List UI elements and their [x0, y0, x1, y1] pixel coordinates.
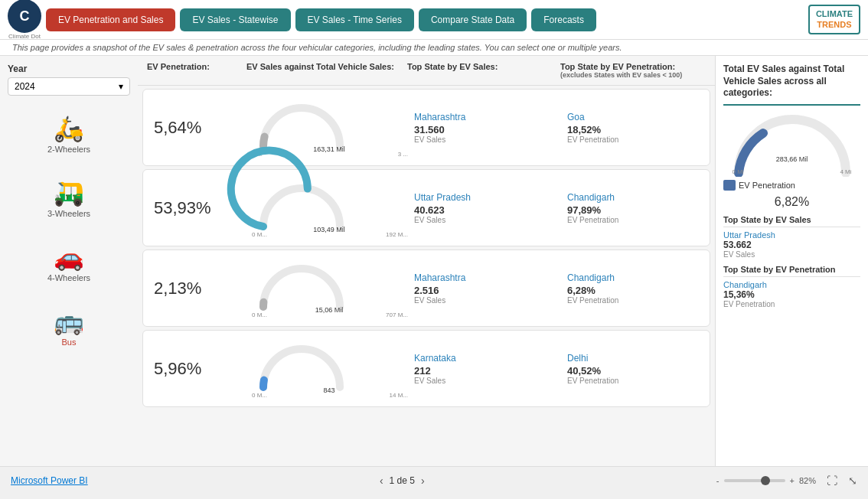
top-sales-state[interactable]: Maharashtra — [414, 272, 558, 283]
logo-sub: Climate Dot — [8, 33, 41, 40]
gauge-right: 3 ... — [398, 151, 408, 158]
top-nav: C Climate Dot EV Penetration and Sales E… — [0, 0, 868, 40]
top-pct-number: 6,28% — [567, 285, 711, 296]
top-sales-state[interactable]: Karnataka — [414, 353, 558, 364]
vehicle-label: 4-Wheelers — [47, 273, 90, 282]
left-panel: Year 2024 ▾ 🛵2-Wheelers🛺3-Wheelers🚗4-Whe… — [0, 56, 138, 466]
table-row: 5,64% 0 ... 163,31 Mil 3 ... Maharashtra… — [142, 89, 710, 166]
main-content: Year 2024 ▾ 🛵2-Wheelers🛺3-Wheelers🚗4-Whe… — [0, 56, 868, 466]
powerbi-link[interactable]: Microsoft Power BI — [11, 475, 88, 486]
climate-logo: CLIMATE TRENDS — [808, 5, 860, 34]
col-headers: EV Penetration: EV Sales against Total V… — [138, 56, 715, 86]
tab-compare-state[interactable]: Compare State Data — [419, 8, 527, 31]
right-pct-sub: EV Penetration — [723, 300, 860, 308]
subtitle-text: This page provides a snapshot of the EV … — [12, 43, 622, 52]
vehicle-icon: 🚌 — [54, 307, 84, 336]
trends-text: TRENDS — [816, 20, 853, 30]
pct-cell: 5,96% — [149, 359, 249, 379]
fullscreen-button[interactable]: ⛶ — [827, 475, 837, 487]
top-pct-state[interactable]: Chandigarh — [567, 192, 711, 203]
top-pct-number: 97,89% — [567, 204, 711, 216]
top-pct-state[interactable]: Chandigarh — [567, 272, 711, 283]
right-sales-title: Top State by EV Sales — [723, 215, 860, 227]
prev-page-button[interactable]: ‹ — [380, 475, 383, 487]
top-pct-sub: EV Penetration — [567, 377, 711, 385]
right-sales-number: 53.662 — [723, 240, 860, 250]
gauge-right: 192 M... — [386, 231, 408, 238]
gauge-cell: 0 M... 103,49 Mil 192 M... — [249, 176, 410, 240]
top-pct-cell: Goa 18,52% EV Penetration — [563, 109, 715, 147]
data-area: EV Penetration: EV Sales against Total V… — [138, 56, 715, 466]
year-select[interactable]: 2024 ▾ — [8, 77, 130, 96]
right-ev-pct-value: 6,82% — [723, 195, 860, 209]
gauge-center: 103,49 Mil — [313, 226, 345, 233]
col-header-3: Top State by EV Sales: — [404, 60, 557, 80]
tab-ev-penetration[interactable]: EV Penetration and Sales — [46, 8, 175, 31]
subtitle-bar: This page provides a snapshot of the EV … — [0, 40, 868, 56]
gauge-left: 0 M... — [252, 392, 267, 399]
top-sales-sub: EV Sales — [414, 377, 558, 385]
gauge-left: 0 M... — [252, 231, 267, 238]
pct-cell: 5,64% — [149, 118, 249, 138]
right-panel: Total EV Sales against Total Vehicle Sal… — [715, 56, 868, 466]
top-pct-cell: Chandigarh 97,89% EV Penetration — [563, 189, 715, 227]
top-pct-number: 18,52% — [567, 124, 711, 135]
tab-ev-sales-statewise[interactable]: EV Sales - Statewise — [180, 8, 290, 31]
gauge-cell: 0 M... 15,06 Mil 707 M... — [249, 256, 410, 320]
zoom-minus-button[interactable]: - — [716, 476, 720, 485]
zoom-slider[interactable] — [724, 479, 785, 482]
top-sales-cell: Maharashtra 2.516 EV Sales — [410, 269, 563, 308]
right-pct-number: 15,36% — [723, 289, 860, 300]
vehicle-icons: 🛵2-Wheelers🛺3-Wheelers🚗4-Wheelers🚌Bus — [8, 103, 130, 357]
gauge-right: 707 M... — [386, 311, 408, 318]
right-ev-pct-row: EV Penetration — [723, 180, 860, 191]
right-sales-state: Uttar Pradesh — [723, 230, 860, 240]
bottom-bar: Microsoft Power BI ‹ 1 de 5 › - + 82% ⛶ … — [0, 466, 868, 494]
right-gauge-svg — [731, 112, 853, 177]
right-gauge-left: 0 Mi — [733, 168, 744, 175]
top-pct-sub: EV Penetration — [567, 296, 711, 305]
top-pct-state[interactable]: Delhi — [567, 353, 711, 364]
vehicle-label: Bus — [62, 338, 77, 347]
next-page-button[interactable]: › — [421, 475, 425, 487]
vehicle-icon: 🛵 — [54, 114, 84, 143]
top-sales-number: 2.516 — [414, 285, 558, 296]
top-sales-number: 40.623 — [414, 204, 558, 216]
top-sales-state[interactable]: Maharashtra — [414, 112, 558, 122]
expand-icon[interactable]: ⤡ — [848, 475, 857, 487]
gauge-center: 843 — [323, 386, 334, 394]
page-text: 1 de 5 — [390, 475, 415, 486]
top-sales-state[interactable]: Uttar Pradesh — [414, 192, 558, 203]
logo-circle: C — [8, 0, 41, 33]
top-pct-number: 40,52% — [567, 365, 711, 377]
vehicle-label: 3-Wheelers — [47, 209, 90, 218]
logo-wrap: C Climate Dot — [8, 0, 41, 40]
right-pct-title: Top State by EV Penetration — [723, 265, 860, 277]
zoom-thumb — [761, 476, 770, 485]
vehicle-item---wheelers: 🛵2-Wheelers — [8, 103, 130, 165]
chevron-down-icon: ▾ — [119, 81, 123, 92]
gauge-center: 15,06 Mil — [315, 306, 344, 314]
top-pct-sub: EV Penetration — [567, 216, 711, 224]
table-row: 53,93% 0 M... 103,49 Mil 192 M... Uttar … — [142, 169, 710, 246]
top-sales-cell: Uttar Pradesh 40.623 EV Sales — [410, 189, 563, 227]
top-pct-cell: Delhi 40,52% EV Penetration — [563, 350, 715, 388]
zoom-bar: - + 82% ⛶ ⤡ — [716, 475, 857, 487]
col-header-4: Top State by EV Penetration: (excludes S… — [557, 60, 710, 80]
right-panel-title: Total EV Sales against Total Vehicle Sal… — [723, 64, 860, 106]
tab-ev-sales-time[interactable]: EV Sales - Time Series — [295, 8, 414, 31]
gauge-left: 0 M... — [252, 311, 267, 318]
pct-cell: 2,13% — [149, 279, 249, 298]
zoom-plus-button[interactable]: + — [790, 476, 795, 485]
col-header-1: EV Penetration: — [144, 60, 243, 80]
vehicle-item---wheelers: 🚗4-Wheelers — [8, 232, 130, 293]
top-pct-sub: EV Penetration — [567, 135, 711, 144]
top-sales-cell: Karnataka 212 EV Sales — [410, 350, 563, 388]
top-sales-cell: Maharashtra 31.560 EV Sales — [410, 109, 563, 147]
gauge-cell: 0 M... 843 14 M... — [249, 337, 410, 400]
tab-forecasts[interactable]: Forecasts — [531, 8, 596, 31]
top-pct-state[interactable]: Goa — [567, 112, 711, 122]
climate-text: CLIMATE — [816, 9, 853, 19]
gauge-center: 163,31 Mil — [313, 145, 345, 153]
col-header-2: EV Sales against Total Vehicle Sales: — [243, 60, 404, 80]
